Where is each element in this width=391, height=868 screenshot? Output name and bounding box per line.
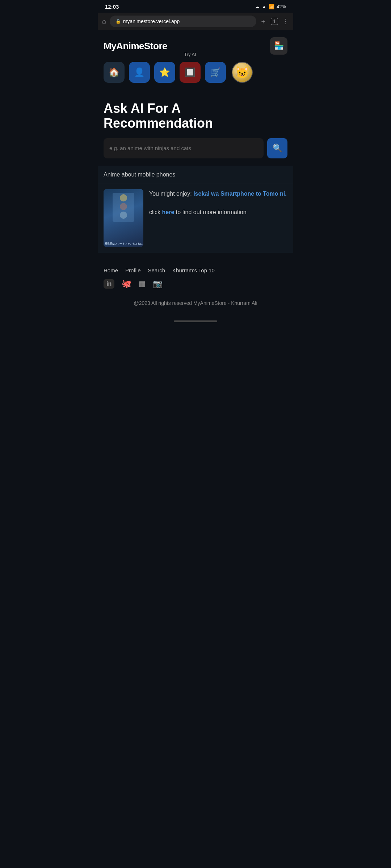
footer-nav-search[interactable]: Search xyxy=(148,267,165,273)
battery-text: 42% xyxy=(277,4,286,9)
browser-controls: ＋ 1 ⋮ xyxy=(260,17,289,26)
here-link[interactable]: here xyxy=(162,209,175,215)
signal-icon: 📶 xyxy=(269,4,274,9)
cart-icon-header[interactable]: 🏪 xyxy=(270,37,287,55)
github-icon[interactable]: 🐙 xyxy=(122,279,131,289)
click-text: click xyxy=(149,209,162,215)
description-post: to find out more information xyxy=(174,209,246,215)
avatar-image: 😺 xyxy=(235,65,249,79)
anime-cover-art: 異世界はスマートフォンとともに xyxy=(104,189,143,247)
cloud-icon: ☁ xyxy=(255,4,260,9)
nav-profile[interactable]: 👤 xyxy=(129,62,150,83)
footer-copyright: @2023 All rights reserved MyAnimeStore -… xyxy=(104,299,287,307)
search-icon: 🔍 xyxy=(273,144,282,153)
header-store-icon: 🏪 xyxy=(274,41,284,51)
footer-icons: in 🐙 ▦ 📷 xyxy=(104,279,287,289)
result-query: Anime about mobile phones xyxy=(98,166,293,183)
footer-nav-top10[interactable]: Khurram's Top 10 xyxy=(172,267,215,273)
new-tab-icon[interactable]: ＋ xyxy=(260,17,266,26)
anime-cover-text: 異世界はスマートフォンとともに xyxy=(104,242,143,245)
browser-chrome: ⌂ 🔒 myanimestore.vercel.app ＋ 1 ⋮ xyxy=(98,13,293,30)
search-section: 🔍 xyxy=(98,138,293,166)
site-footer: Home Profile Search Khurram's Top 10 in … xyxy=(98,253,293,314)
footer-nav-home[interactable]: Home xyxy=(104,267,118,273)
portfolio-icon[interactable]: ▦ xyxy=(139,279,146,289)
page-title-section: Ask AI For ARecommendation xyxy=(98,90,293,138)
ai-chip-icon: 🔲 xyxy=(185,67,196,77)
url-bar[interactable]: 🔒 myanimestore.vercel.app xyxy=(110,16,256,27)
nav-avatar[interactable]: 😺 xyxy=(232,62,253,83)
try-ai-badge: Try AI xyxy=(184,52,196,57)
nav-ai[interactable]: Try AI 🔲 xyxy=(180,62,201,83)
url-text: myanimestore.vercel.app xyxy=(123,18,180,24)
search-button[interactable]: 🔍 xyxy=(267,138,287,158)
home-indicator xyxy=(174,320,217,322)
menu-icon[interactable]: ⋮ xyxy=(282,17,289,25)
search-input[interactable] xyxy=(104,138,264,158)
wifi-icon: ▲ xyxy=(262,4,266,9)
footer-nav: Home Profile Search Khurram's Top 10 xyxy=(104,267,287,273)
status-time: 12:03 xyxy=(105,4,119,10)
result-card: Anime about mobile phones 異世界はスマートフォンととも… xyxy=(98,166,293,253)
instagram-icon[interactable]: 📷 xyxy=(153,279,163,289)
nav-cart[interactable]: 🛒 xyxy=(205,62,226,83)
nav-home[interactable]: 🏠 xyxy=(104,62,125,83)
tabs-count[interactable]: 1 xyxy=(271,18,278,25)
footer-nav-profile[interactable]: Profile xyxy=(125,267,141,273)
linkedin-icon[interactable]: in xyxy=(104,279,114,289)
home-browser-icon[interactable]: ⌂ xyxy=(102,18,106,25)
nav-icons: 🏠 👤 ⭐ Try AI 🔲 🛒 😺 xyxy=(98,58,293,90)
page-title: Ask AI For ARecommendation xyxy=(104,101,287,131)
site-logo: MyAnimeStore xyxy=(104,41,167,52)
recommendation-text: You might enjoy: xyxy=(149,191,193,197)
secure-icon: 🔒 xyxy=(115,19,121,24)
status-icons: ☁ ▲ 📶 42% xyxy=(255,4,286,9)
cart-icon: 🛒 xyxy=(210,67,221,77)
status-bar: 12:03 ☁ ▲ 📶 42% xyxy=(98,0,293,13)
home-icon: 🏠 xyxy=(109,67,119,77)
star-icon: ⭐ xyxy=(159,67,170,77)
result-content: 異世界はスマートフォンとともに You might enjoy: Isekai … xyxy=(98,183,293,253)
anime-cover-image: 異世界はスマートフォンとともに xyxy=(104,189,143,247)
bottom-bar xyxy=(98,314,293,329)
nav-favorites[interactable]: ⭐ xyxy=(154,62,175,83)
result-text: You might enjoy: Isekai wa Smartphone to… xyxy=(149,189,287,247)
profile-icon: 👤 xyxy=(134,67,145,77)
anime-title-link[interactable]: Isekai wa Smartphone to Tomo ni. xyxy=(193,191,287,197)
main-content: MyAnimeStore 🏪 🏠 👤 ⭐ Try AI 🔲 🛒 😺 Ask AI… xyxy=(98,30,293,314)
